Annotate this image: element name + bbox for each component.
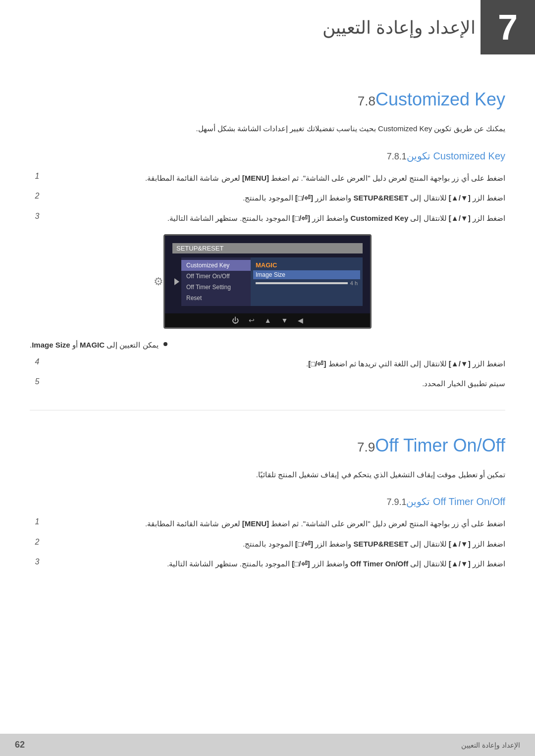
footer-icon-2: ▼	[281, 316, 288, 324]
menu-customized-key: Customized Key	[181, 260, 251, 271]
subsection-7-9-1-number: 7.9.1	[386, 497, 406, 507]
section-7-8-intro: يمكنك عن طريق تكوين Customized Key بحيث …	[30, 122, 505, 135]
subsection-7-8-1-header: 7.8.1 تكوين Customized Key	[30, 150, 505, 162]
bullet-text: يمكن التعيين إلى MAGIC أو Image Size.	[30, 339, 159, 352]
step-7-9-1-2: اضغط الزر [▼/▲] للانتقال إلى SETUP&RESET…	[30, 538, 505, 551]
step-7-8-1-3-text: اضغط الزر [▼/▲] للانتقال إلى Customized …	[50, 212, 505, 225]
section-divider	[30, 410, 505, 410]
step-7-9-1-1-text: اضغط على أي زر بواجهة المنتج لعرض دليل "…	[50, 517, 505, 530]
footer-icon-power: ⏻	[232, 316, 239, 324]
section-7-8-header: 7.8 Customized Key	[30, 89, 505, 110]
monitor-image-size: Image Size	[253, 270, 360, 279]
step-num-1: 1	[32, 172, 42, 181]
monitor-menu-area: Customized Key Off Timer On/Off Off Time…	[172, 257, 363, 306]
menu-off-timer-onoff: Off Timer On/Off	[181, 271, 251, 282]
step-7-9-num-3: 3	[32, 557, 42, 566]
subsection-7-8-1-title: تكوين Customized Key	[407, 150, 505, 162]
step-7-8-1-1: اضغط على أي زر بواجهة المنتج لعرض دليل "…	[30, 172, 505, 185]
subsection-7-9-1-title: تكوين Off Timer On/Off	[406, 496, 505, 507]
subsection-7-9-1-header: 7.9.1 تكوين Off Timer On/Off	[30, 496, 505, 507]
step-7-8-1-4-text: اضغط الزر [▼/▲] للانتقال إلى اللغة التي …	[50, 357, 505, 370]
monitor-right-panel: MAGIC Image Size 4 h	[251, 257, 363, 306]
step-7-8-1-1-text: اضغط على أي زر بواجهة المنتج لعرض دليل "…	[50, 172, 505, 185]
chapter-number-block: 7	[481, 0, 535, 54]
monitor-slider-label: 4 h	[350, 280, 358, 286]
section-7-8-number: 7.8	[358, 94, 375, 109]
footer-chapter-title: الإعداد وإعادة التعيين	[461, 741, 520, 749]
step-7-8-1-5-text: سيتم تطبيق الخيار المحدد.	[50, 377, 505, 390]
main-content: 7.8 Customized Key يمكنك عن طريق تكوين C…	[0, 0, 535, 617]
menu-reset: Reset	[181, 293, 251, 303]
bullet-magic-image-size: يمكن التعيين إلى MAGIC أو Image Size.	[30, 339, 505, 352]
step-7-8-1-2-text: اضغط الزر [▼/▲] للانتقال إلى SETUP&RESET…	[50, 192, 505, 204]
menu-off-timer-setting: Off Timer Setting	[181, 282, 251, 293]
section-7-9-header: 7.9 Off Timer On/Off	[30, 435, 505, 456]
step-7-8-1-5: سيتم تطبيق الخيار المحدد. 5	[30, 377, 505, 390]
step-7-9-num-1: 1	[32, 517, 42, 526]
step-7-8-1-2: اضغط الزر [▼/▲] للانتقال إلى SETUP&RESET…	[30, 192, 505, 204]
step-7-8-1-4: اضغط الزر [▼/▲] للانتقال إلى اللغة التي …	[30, 357, 505, 370]
monitor-slider-row: 4 h	[253, 279, 360, 287]
monitor-display: SETUP&RESET Customized Key Off Timer On/…	[163, 234, 372, 329]
monitor-magic-label: MAGIC	[253, 260, 360, 270]
footer-page-number: 62	[15, 740, 25, 750]
chapter-number: 7	[498, 9, 518, 45]
section-7-9-intro: تمكين أو تعطيل موقت إيقاف التشغيل الذي ي…	[30, 468, 505, 481]
section-7-9-number: 7.9	[357, 440, 375, 455]
gear-icon: ⚙	[154, 275, 163, 288]
chapter-title: الإعداد وإعادة التعيين	[322, 17, 476, 38]
step-7-8-1-3: اضغط الزر [▼/▲] للانتقال إلى Customized …	[30, 212, 505, 225]
step-7-9-1-1: اضغط على أي زر بواجهة المنتج لعرض دليل "…	[30, 517, 505, 530]
step-num-2: 2	[32, 192, 42, 201]
monitor-footer: ◀ ▼ ▲ ↩ ⏻	[165, 313, 370, 327]
subsection-7-8-1-number: 7.8.1	[387, 151, 407, 162]
step-num-4: 4	[32, 357, 42, 366]
monitor-menu: Customized Key Off Timer On/Off Off Time…	[181, 257, 251, 306]
section-7-8-title: Customized Key	[375, 89, 505, 110]
monitor-screen: SETUP&RESET Customized Key Off Timer On/…	[165, 236, 370, 313]
footer-icon-4: ↩	[249, 316, 255, 324]
step-num-3: 3	[32, 212, 42, 221]
footer-icon-1: ◀	[298, 316, 303, 324]
section-7-9-title: Off Timer On/Off	[375, 435, 505, 456]
step-7-9-1-3-text: اضغط الزر [▼/▲] للانتقال إلى Off Timer O…	[50, 557, 505, 570]
step-7-9-1-2-text: اضغط الزر [▼/▲] للانتقال إلى SETUP&RESET…	[50, 538, 505, 551]
step-7-9-num-2: 2	[32, 538, 42, 547]
monitor-screenshot: ⚙ SETUP&RESET Customized Key Off Timer O…	[30, 234, 505, 329]
bullet-dot	[163, 342, 167, 346]
monitor-slider	[256, 282, 348, 284]
footer-bar: الإعداد وإعادة التعيين 62	[0, 734, 535, 756]
monitor-title-bar: SETUP&RESET	[172, 243, 363, 253]
step-7-9-1-3: اضغط الزر [▼/▲] للانتقال إلى Off Timer O…	[30, 557, 505, 570]
footer-icon-3: ▲	[265, 316, 271, 324]
step-num-5: 5	[32, 377, 42, 386]
